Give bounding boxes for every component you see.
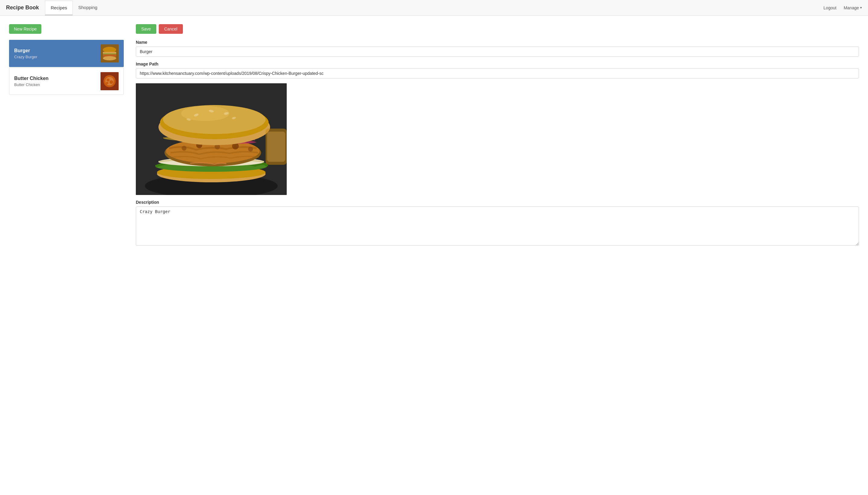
recipe-item-butter-chicken[interactable]: Butter Chicken Butter Chicken xyxy=(9,68,124,95)
recipe-thumbnail-butter-chicken xyxy=(101,72,119,90)
recipe-name-burger: Burger xyxy=(14,48,37,53)
recipe-thumbnail-burger xyxy=(101,45,119,63)
recipe-name-butter-chicken: Butter Chicken xyxy=(14,76,49,81)
name-label: Name xyxy=(136,40,859,45)
image-path-label: Image Path xyxy=(136,62,859,66)
svg-point-11 xyxy=(106,82,108,84)
navbar: Recipe Book Recipes Shopping Logout Mana… xyxy=(0,0,868,16)
navbar-right: Logout Manage xyxy=(823,5,862,10)
description-field-group: Description Crazy Burger xyxy=(136,200,859,246)
right-panel: Save Cancel Name Image Path xyxy=(136,24,859,252)
name-input[interactable] xyxy=(136,47,859,57)
new-recipe-button[interactable]: New Recipe xyxy=(9,24,41,34)
main-content: New Recipe Burger Crazy Burger xyxy=(0,16,868,260)
recipe-desc-burger: Crazy Burger xyxy=(14,55,37,59)
manage-dropdown[interactable]: Manage xyxy=(844,5,862,10)
nav-tabs: Recipes Shopping xyxy=(45,0,103,15)
description-input[interactable]: Crazy Burger xyxy=(136,206,859,246)
svg-point-24 xyxy=(248,147,253,152)
recipe-image-preview xyxy=(136,83,287,195)
left-panel: New Recipe Burger Crazy Burger xyxy=(9,24,124,252)
svg-point-9 xyxy=(106,79,109,82)
save-button[interactable]: Save xyxy=(136,24,156,34)
brand-title: Recipe Book xyxy=(6,4,39,11)
cancel-button[interactable]: Cancel xyxy=(159,24,183,34)
image-path-field-group: Image Path xyxy=(136,62,859,79)
image-path-input[interactable] xyxy=(136,68,859,79)
svg-point-10 xyxy=(109,80,113,84)
svg-point-5 xyxy=(103,56,116,61)
svg-point-20 xyxy=(182,146,187,151)
tab-recipes[interactable]: Recipes xyxy=(45,1,73,15)
tab-shopping[interactable]: Shopping xyxy=(73,0,103,15)
description-label: Description xyxy=(136,200,859,205)
recipe-item-burger[interactable]: Burger Crazy Burger xyxy=(9,40,124,67)
recipe-list: Burger Crazy Burger Bu xyxy=(9,40,124,95)
logout-link[interactable]: Logout xyxy=(823,5,837,10)
name-field-group: Name xyxy=(136,40,859,57)
svg-rect-37 xyxy=(267,132,285,162)
form-actions: Save Cancel xyxy=(136,24,859,34)
recipe-desc-butter-chicken: Butter Chicken xyxy=(14,82,49,87)
